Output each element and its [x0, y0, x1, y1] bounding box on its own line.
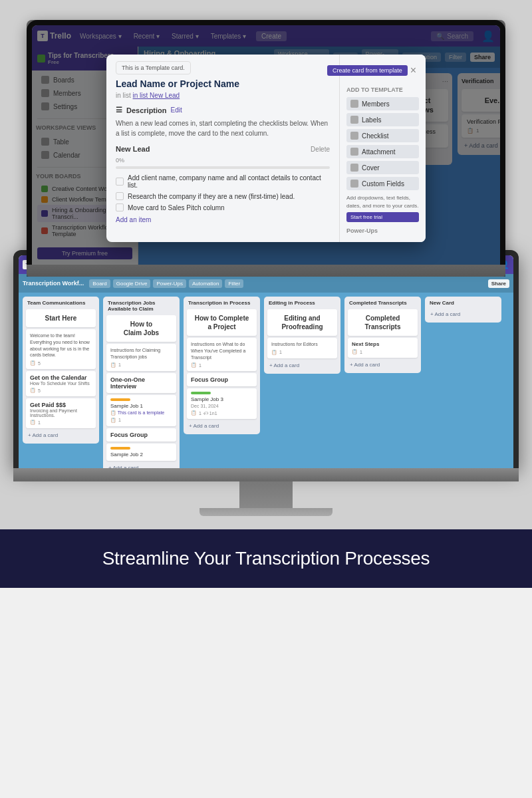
desktop-powerups-btn[interactable]: Power-Ups — [153, 279, 186, 288]
cover-sidebar-icon — [350, 164, 358, 172]
modal-top-actions: Create card from template × — [327, 65, 416, 76]
desktop-card-completed-title: CompletedTranscripts — [352, 313, 414, 332]
desktop-sample-job2-text: Sample Job 2 — [110, 452, 172, 458]
desktop-card-welcome[interactable]: Welcome to the team! Everything you need… — [26, 329, 96, 369]
banner-text: Streamline Your Transcription Processes — [102, 548, 430, 569]
create-card-from-template-btn[interactable]: Create card from template — [327, 65, 408, 76]
desktop-claim-text: Instructions for Claiming Transcription … — [110, 347, 172, 360]
desktop-add-btn-1[interactable]: + Add a card — [26, 430, 96, 440]
modal-labels-btn[interactable]: Labels — [346, 113, 419, 126]
attachment-btn-label: Attachment — [362, 148, 396, 156]
desktop-card-paid-count: 1 — [38, 420, 41, 425]
desktop-card-complete-instructions[interactable]: Instructions on What to do When You've C… — [187, 338, 257, 371]
modal-progress-bar — [116, 166, 330, 169]
start-free-trial-btn[interactable]: Start free trial — [346, 212, 419, 222]
desktop-card-claim-instructions[interactable]: Instructions for Claiming Transcription … — [106, 344, 176, 371]
desktop-card-paid-icon: 📋 — [30, 420, 36, 425]
desktop-list-new-card: New Card + Add a card — [425, 297, 501, 323]
modal-delete-btn[interactable]: Delete — [311, 146, 330, 153]
desktop-board-lists: Team Communications Start Here Welcome t… — [19, 293, 513, 468]
desktop-card-claim-title: How toClaim Jobs — [110, 319, 172, 338]
desktop-card-focus-group-2[interactable]: Focus Group — [187, 373, 257, 386]
desktop-complete-icon: 📋 — [191, 362, 197, 368]
modal-custom-fields-btn[interactable]: Custom Fields — [346, 177, 419, 190]
desktop-card-calendar-meta: 📋5 — [30, 388, 92, 393]
desktop-filter-btn[interactable]: Filter — [225, 279, 243, 288]
modal-add-item[interactable]: Add an item — [116, 215, 330, 225]
desktop-trello-ui: T Trello Workspaces ▾ Recent ▾ Starred ▾… — [19, 255, 513, 468]
desktop-card-completed-transcripts[interactable]: CompletedTranscripts — [348, 309, 418, 336]
desktop-board-title: Transcription Workf... — [23, 280, 84, 287]
labels-sidebar-icon — [350, 116, 358, 124]
desktop-gdrive-btn[interactable]: Google Drive — [113, 279, 151, 288]
modal-checklist-title: New Lead — [116, 145, 150, 153]
desktop-claim-count: 1 — [118, 362, 121, 367]
desktop-card-calendar-icon: 📋 — [30, 388, 36, 393]
modal-top-row: This is a Template card. Create card fro… — [116, 61, 416, 80]
checklist-sidebar-icon — [350, 132, 358, 140]
desktop-card-start-here[interactable]: Start Here — [26, 309, 96, 327]
desktop-card-calendar[interactable]: Get on the Calendar How To Schedule Your… — [26, 371, 96, 396]
desktop-card-sample-job1[interactable]: Sample Job 1 📋 This card is a template 📋… — [106, 395, 176, 426]
desktop-next-steps-text: Next Steps — [352, 341, 414, 347]
desktop-job3-date: Dec 31, 2024 — [191, 404, 253, 408]
modal-close-btn[interactable]: × — [410, 65, 416, 76]
modal-list-link[interactable]: in list New Lead — [133, 92, 180, 99]
desktop-card-complete-project[interactable]: How to Completea Project — [187, 309, 257, 336]
desktop-card-sample-job2[interactable]: Sample Job 2 — [106, 444, 176, 461]
desktop-list-editing: Editing in Process Editing andProofreadi… — [264, 297, 340, 374]
screenshot-area: T Trello Workspaces ▾ Recent ▾ Starred ▾… — [0, 0, 532, 529]
modal-overlay: This is a Template card. Create card fro… — [32, 25, 500, 265]
desktop-list-editing-title: Editing in Process — [267, 300, 337, 306]
desktop-stand-base — [200, 508, 332, 516]
modal-description-text: When a new lead comes in, start completi… — [116, 118, 330, 138]
modal-attachment-btn[interactable]: Attachment — [346, 145, 419, 158]
desktop-automation-btn[interactable]: Automation — [189, 279, 222, 288]
modal-sidebar-add-title: Add to template — [346, 86, 419, 93]
desktop-list-transcription-process: Transcription in Process How to Complete… — [184, 297, 260, 434]
desktop-card-next-meta: 📋1 — [352, 349, 414, 354]
desktop-card-welcome-meta: 📋5 — [30, 360, 92, 366]
checkbox-3[interactable] — [116, 203, 124, 211]
desktop-stand-neck — [239, 481, 293, 508]
desktop-focus-group-2-title: Focus Group — [191, 376, 253, 383]
desktop-card-one-on-one[interactable]: One-on-One Interview — [106, 373, 176, 393]
desktop-add-btn-5[interactable]: + Add a card — [348, 360, 418, 370]
desktop-mockup-wrapper: T Trello Workspaces ▾ Recent ▾ Starred ▾… — [13, 250, 519, 516]
desktop-card-next-steps[interactable]: Next Steps 📋1 — [348, 338, 418, 358]
desktop-add-btn-3[interactable]: + Add a card — [187, 421, 257, 431]
desktop-job3-icon: 📋 — [191, 410, 197, 416]
modal-members-btn[interactable]: Members — [346, 97, 419, 110]
desktop-add-btn-6[interactable]: + Add a card — [428, 309, 498, 319]
desktop-welcome-text: Welcome to the team! Everything you need… — [30, 332, 92, 358]
modal-template-badge: This is a Template card. — [116, 61, 191, 74]
modal-checklist-btn[interactable]: Checklist — [346, 129, 419, 142]
modal-edit-link[interactable]: Edit — [171, 106, 182, 114]
desktop-add-btn-2[interactable]: + Add a card — [106, 463, 176, 468]
desktop-card-start-here-title: Start Here — [30, 313, 92, 324]
checkbox-1[interactable] — [116, 178, 124, 186]
desktop-card-sample-job3[interactable]: Sample Job 3 Dec 31, 2024 📋1🏷 1n1 — [187, 388, 257, 419]
page-wrapper: T Trello Workspaces ▾ Recent ▾ Starred ▾… — [0, 0, 532, 588]
desktop-list-jobs-title: Transcription Jobs Available to Claim — [106, 300, 176, 312]
desktop-card-paid-meta: 📋1 — [30, 420, 92, 425]
desktop-card-calendar-count: 5 — [38, 388, 41, 393]
desktop-card-paid[interactable]: Get Paid $$$ Invoicing and Payment Instr… — [26, 398, 96, 428]
desktop-board-btn[interactable]: Board — [89, 279, 110, 288]
checklist-item-2: Research the company if they are a new (… — [116, 192, 330, 200]
desktop-card-editors-instructions[interactable]: Instructions for Editors 📋1 — [267, 338, 337, 358]
desktop-sample-job3-text: Sample Job 3 — [191, 396, 253, 402]
desktop-card-claim-jobs[interactable]: How toClaim Jobs — [106, 315, 176, 342]
desktop-card-editing-proofreading[interactable]: Editing andProofreading — [267, 309, 337, 336]
desktop-card-focus-group-1[interactable]: Focus Group — [106, 428, 176, 442]
desktop-screen: T Trello Workspaces ▾ Recent ▾ Starred ▾… — [19, 255, 513, 468]
desktop-job1-icon: 📋 — [110, 418, 116, 423]
desktop-next-count: 1 — [360, 350, 362, 354]
modal-cover-btn[interactable]: Cover — [346, 161, 419, 174]
desktop-board-topbar: Transcription Workf... Board Google Driv… — [19, 274, 513, 293]
desktop-add-btn-4[interactable]: + Add a card — [267, 360, 337, 370]
desktop-share-btn[interactable]: Share — [488, 279, 509, 288]
custom-fields-sidebar-icon — [350, 180, 358, 188]
checkbox-2[interactable] — [116, 192, 124, 200]
checklist-item-1-text: Add client name, company name and all co… — [128, 174, 330, 189]
